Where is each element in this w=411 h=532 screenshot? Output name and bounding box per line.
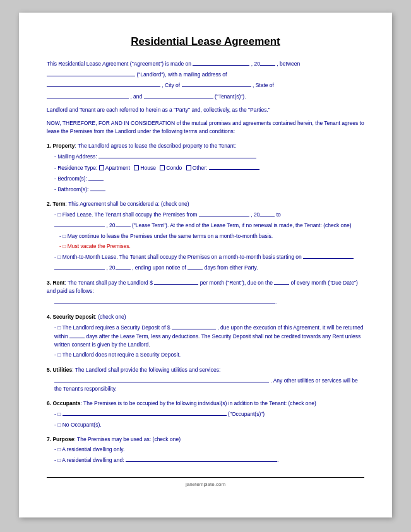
s2-must-vacate: - □ Must vacate the Premises. [47, 242, 364, 251]
s3-heading: 3. Rent: The Tenant shall pay the Landlo… [47, 278, 364, 295]
s7-line2: - □ A residential dwelling and: . [47, 456, 364, 464]
condo-checkbox [160, 165, 165, 170]
footer: janetemplate.com [47, 477, 364, 487]
s6-line2: - □ No Occupant(s). [47, 421, 364, 429]
s7-line1: - □ A residential dwelling only. [47, 446, 364, 454]
s3-paid-as-follows: . [47, 298, 364, 307]
intro-line2: ("Landlord"), with a mailing address of [47, 70, 364, 79]
section-1-property: 1. Property: The Landlord agrees to leas… [47, 142, 364, 194]
document-title: Residential Lease Agreement [47, 35, 364, 48]
s2-fixed-lease: - □ Fixed Lease. The Tenant shall occupy… [47, 210, 364, 219]
apt-checkbox [99, 165, 104, 170]
s1-bedroom: - Bedroom(s): [47, 174, 364, 183]
s2-month-to-month: - □ Month-to-Month Lease. The Tenant sha… [47, 252, 364, 261]
s4-line2: - □ The Landlord does not require a Secu… [47, 351, 364, 359]
intro-line4: , and ("Tenant(s)"). [47, 92, 364, 101]
s2-month-to-month2: , 20 , ending upon notice of days from e… [47, 263, 364, 272]
s6-line1: - □ ("Occupant(s)") [47, 410, 364, 418]
intro-line3: , City of , State of [47, 81, 364, 90]
s1-bathroom: - Bathroom(s): [47, 185, 364, 194]
intro-line1: This Residential Lease Agreement ("Agree… [47, 59, 364, 68]
s6-heading: 6. Occupants: The Premises is to be occu… [47, 399, 364, 408]
section-6-occupants: 6. Occupants: The Premises is to be occu… [47, 399, 364, 429]
document-page: Residential Lease Agreement This Residen… [19, 13, 392, 517]
section-3-rent: 3. Rent: The Tenant shall pay the Landlo… [47, 278, 364, 307]
intro-section: This Residential Lease Agreement ("Agree… [47, 59, 364, 136]
section-4-security: 4. Security Deposit: (check one) - □ The… [47, 313, 364, 360]
s5-line2: . Any other utilities or services will b… [47, 376, 364, 393]
now-therefore-text: NOW, THEREFORE, FOR AND IN CONSIDERATION… [47, 119, 364, 136]
s1-mailing: - Mailing Address: [47, 152, 364, 161]
section-5-utilities: 5. Utilities: The Landlord shall provide… [47, 366, 364, 394]
s1-heading: 1. Property: The Landlord agrees to leas… [47, 142, 364, 150]
s2-heading: 2. Term: This Agreement shall be conside… [47, 200, 364, 208]
s7-heading: 7. Purpose: The Premises may be used as:… [47, 435, 364, 444]
house-checkbox [134, 165, 139, 170]
section-2-term: 2. Term: This Agreement shall be conside… [47, 200, 364, 272]
s2-may-continue: - □ May continue to lease the Premises u… [47, 232, 364, 240]
s2-fixed-lease2: , 20 ("Lease Term"). At the end of the L… [47, 221, 364, 230]
s4-line1: - □ The Landlord requires a Security Dep… [47, 323, 364, 350]
section-7-purpose: 7. Purpose: The Premises may be used as:… [47, 435, 364, 465]
other-checkbox [186, 165, 191, 170]
s4-heading: 4. Security Deposit: (check one) [47, 313, 364, 321]
parties-text: Landlord and Tenant are each referred to… [47, 106, 364, 114]
s5-heading: 5. Utilities: The Landlord shall provide… [47, 366, 364, 374]
s1-residence: - Residence Type: Apartment House Condo … [47, 163, 364, 172]
